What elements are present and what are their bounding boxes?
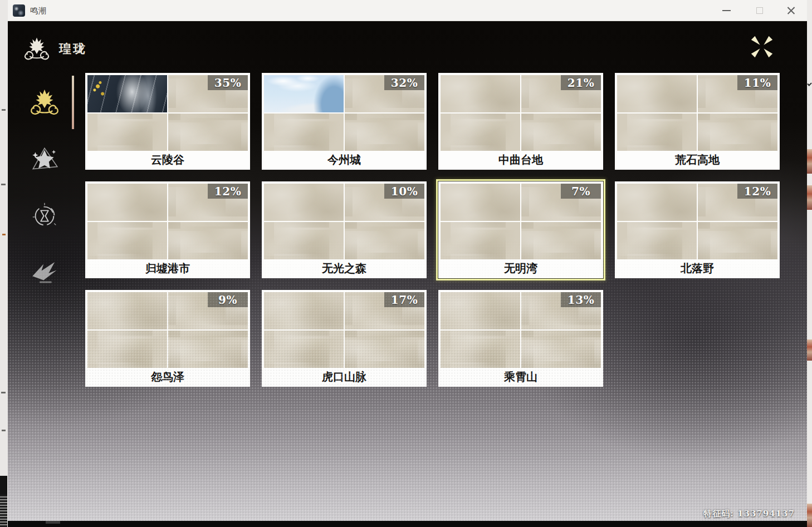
map-tile — [441, 114, 520, 151]
exploration-progress-badge: 35% — [208, 75, 248, 90]
region-card[interactable]: 12% 归墟港市 — [85, 181, 250, 278]
window-titlebar: 鸣潮 — [8, 0, 807, 21]
minimize-button[interactable] — [718, 2, 735, 19]
map-tile — [441, 75, 520, 112]
map-tile — [264, 331, 344, 368]
map-tile — [441, 222, 520, 259]
game-viewport: 瑝珑 — [8, 21, 807, 521]
checkmark-icon — [807, 81, 811, 86]
map-tile — [168, 114, 248, 151]
maximize-button[interactable] — [751, 2, 768, 19]
map-tile — [264, 292, 344, 329]
region-name: 归墟港市 — [87, 259, 248, 276]
region-card[interactable]: 17% 虎口山脉 — [262, 290, 427, 387]
desktop-right-sliver — [807, 0, 812, 527]
map-tile — [441, 292, 520, 329]
winged-sigil-emblem-icon — [28, 258, 61, 287]
map-tile — [345, 331, 424, 368]
map-tile — [264, 114, 344, 151]
map-tile — [87, 75, 167, 112]
app-icon — [13, 4, 25, 17]
region-card[interactable]: 32% 今州城 — [262, 73, 427, 170]
region-card[interactable]: 35% 云陵谷 — [85, 73, 250, 170]
sidebar-tab-region-4[interactable] — [20, 252, 69, 294]
map-tile — [521, 331, 601, 368]
map-tile — [87, 331, 167, 368]
close-panel-button[interactable] — [749, 33, 775, 60]
gold-dragon-emblem-icon — [27, 86, 62, 119]
region-title: 瑝珑 — [59, 41, 87, 57]
close-icon — [787, 7, 795, 15]
minimize-icon — [722, 10, 731, 11]
map-tile — [521, 222, 601, 259]
map-tile — [87, 184, 167, 221]
region-name: 云陵谷 — [87, 151, 248, 168]
selected-tab-indicator — [72, 76, 74, 129]
exploration-progress-badge: 7% — [561, 184, 601, 199]
region-card[interactable]: 12% 北落野 — [615, 181, 780, 278]
region-card[interactable]: 9% 怨鸟泽 — [85, 290, 250, 387]
region-map-preview: 17% — [264, 292, 424, 368]
sidebar-tab-region-2[interactable] — [20, 138, 69, 180]
region-card[interactable]: 13% 乘霄山 — [438, 290, 603, 387]
four-point-star-close-icon — [749, 34, 775, 60]
map-tile — [617, 114, 697, 151]
exploration-progress-badge: 9% — [208, 292, 248, 307]
map-tile — [345, 114, 424, 151]
exploration-progress-badge: 17% — [384, 292, 424, 307]
dragon-crest-icon — [21, 36, 52, 62]
map-tile — [617, 222, 697, 259]
window-bottom-edge — [8, 521, 807, 527]
map-tile — [441, 184, 520, 221]
map-tile — [87, 222, 167, 259]
region-card[interactable]: 7% 无明湾 — [438, 181, 603, 278]
region-name: 今州城 — [264, 151, 424, 168]
map-tile — [521, 114, 601, 151]
map-tile — [345, 222, 424, 259]
map-tile — [87, 114, 167, 151]
region-name: 怨鸟泽 — [87, 368, 248, 385]
exploration-progress-badge: 12% — [737, 184, 777, 199]
map-tile — [441, 331, 520, 368]
region-map-preview: 12% — [87, 184, 248, 259]
region-map-preview: 9% — [87, 292, 248, 368]
maximize-icon — [756, 7, 763, 14]
window-title: 鸣潮 — [30, 0, 47, 21]
sidebar-tab-region-3[interactable] — [20, 195, 69, 237]
exploration-progress-badge: 21% — [561, 75, 601, 90]
exploration-progress-badge: 11% — [737, 75, 777, 90]
map-tile — [617, 75, 697, 112]
region-name: 虎口山脉 — [264, 368, 424, 385]
region-name: 中曲台地 — [441, 151, 601, 168]
exploration-progress-badge: 13% — [561, 292, 601, 307]
map-tile — [264, 184, 344, 221]
map-tile — [87, 292, 167, 329]
thumbnail-image — [807, 339, 812, 361]
thumbnail-image — [807, 149, 812, 174]
region-map-preview: 35% — [87, 75, 248, 151]
region-map-preview: 13% — [441, 292, 601, 368]
exploration-progress-badge: 12% — [208, 184, 248, 199]
region-map-preview: 10% — [264, 184, 424, 259]
background-app-window — [0, 476, 7, 527]
map-tile — [264, 75, 344, 112]
exploration-progress-badge: 10% — [384, 184, 424, 199]
region-card[interactable]: 10% 无光之森 — [262, 181, 427, 278]
region-name: 北落野 — [617, 259, 777, 276]
region-name: 乘霄山 — [441, 368, 601, 385]
close-window-button[interactable] — [782, 2, 799, 19]
map-tile — [264, 222, 344, 259]
feature-code-label: 特征码: 133794137 — [703, 509, 795, 519]
map-tile — [168, 222, 248, 259]
screen: 鸣潮 瑝珑 — [0, 0, 812, 527]
sidebar-tab-region-1[interactable] — [20, 81, 69, 124]
exploration-progress-badge: 32% — [384, 75, 424, 90]
map-tile — [698, 114, 777, 151]
region-map-preview: 7% — [441, 184, 601, 259]
region-name: 无明湾 — [441, 259, 601, 276]
region-card[interactable]: 11% 荒石高地 — [615, 73, 780, 170]
map-tile — [168, 331, 248, 368]
region-card[interactable]: 21% 中曲台地 — [438, 73, 603, 170]
thumbnail-image — [807, 504, 812, 527]
star-burst-emblem-icon — [28, 143, 61, 175]
